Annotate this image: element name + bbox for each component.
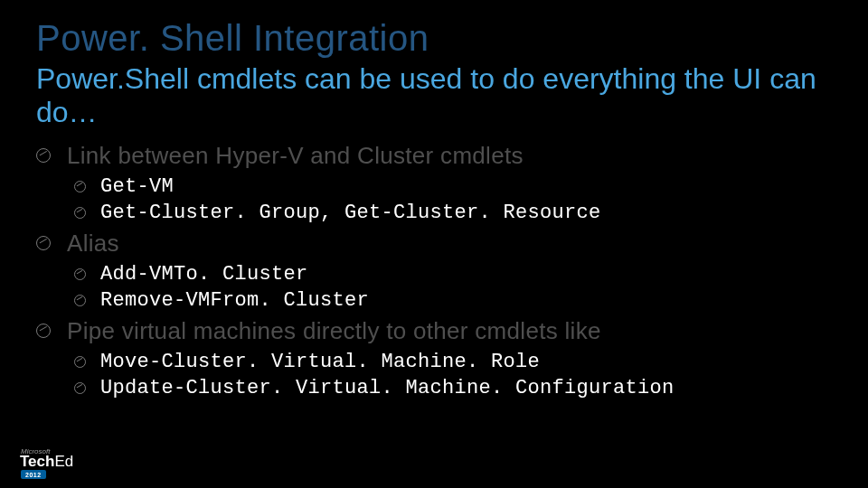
list-item: Update-Cluster. Virtual. Machine. Config… — [74, 377, 832, 399]
brand-logo: TechEd — [20, 454, 73, 469]
list-item: Get-Cluster. Group, Get-Cluster. Resourc… — [74, 202, 832, 224]
section-heading-label: Pipe virtual machines directly to other … — [67, 317, 601, 345]
cmdlet-text: Get-VM — [100, 175, 174, 198]
clock-bullet-icon — [74, 356, 86, 368]
section-alias: Alias Add-VMTo. Cluster Remove-VMFrom. C… — [36, 230, 832, 312]
section-link-cmdlets: Link between Hyper-V and Cluster cmdlets… — [36, 142, 832, 224]
cmdlet-text: Update-Cluster. Virtual. Machine. Config… — [100, 377, 675, 399]
list-item: Move-Cluster. Virtual. Machine. Role — [74, 351, 832, 373]
list-item: Add-VMTo. Cluster — [74, 263, 832, 286]
slide: Power. Shell Integration Power.Shell cmd… — [0, 0, 868, 488]
section-heading: Link between Hyper-V and Cluster cmdlets — [36, 142, 832, 170]
slide-subtitle: Power.Shell cmdlets can be used to do ev… — [36, 62, 832, 129]
brand-light: Ed — [54, 453, 73, 470]
section-heading-label: Link between Hyper-V and Cluster cmdlets — [67, 142, 524, 170]
slide-title: Power. Shell Integration — [36, 18, 832, 59]
list-item: Remove-VMFrom. Cluster — [74, 289, 832, 312]
clock-bullet-icon — [74, 268, 86, 280]
section-pipe-vms: Pipe virtual machines directly to other … — [36, 317, 832, 399]
section-heading: Alias — [36, 230, 832, 258]
section-heading-label: Alias — [67, 230, 119, 258]
year-badge: 2012 — [21, 470, 46, 479]
footer-branding: Microsoft TechEd 2012 — [20, 447, 73, 479]
clock-bullet-icon — [74, 207, 86, 219]
clock-bullet-icon — [74, 181, 86, 192]
cmdlet-text: Add-VMTo. Cluster — [100, 263, 308, 286]
cmdlet-text: Remove-VMFrom. Cluster — [100, 289, 369, 312]
clock-bullet-icon — [36, 148, 51, 163]
clock-bullet-icon — [74, 295, 86, 306]
cmdlet-text: Get-Cluster. Group, Get-Cluster. Resourc… — [100, 202, 601, 224]
cmdlet-text: Move-Cluster. Virtual. Machine. Role — [100, 351, 540, 373]
brand-bold: Tech — [20, 453, 54, 470]
clock-bullet-icon — [36, 324, 51, 338]
list-item: Get-VM — [74, 175, 832, 198]
section-heading: Pipe virtual machines directly to other … — [36, 317, 832, 345]
clock-bullet-icon — [74, 382, 86, 394]
clock-bullet-icon — [36, 236, 51, 250]
